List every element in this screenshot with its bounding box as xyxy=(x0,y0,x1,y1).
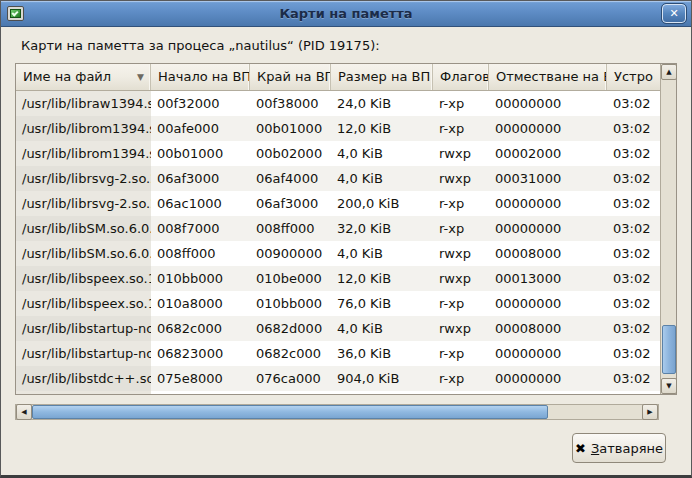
cell-vm-end: 076ca000 xyxy=(250,366,331,391)
cell-vm-end: 010bb000 xyxy=(250,291,331,316)
table-row[interactable]: /usr/lib/librsvg-2.so.206ac100006af30002… xyxy=(16,191,660,216)
cell-device: 03:02 xyxy=(607,91,660,116)
cell-vm-end: 00f38000 xyxy=(250,91,331,116)
cell-vm-start: 06af3000 xyxy=(151,166,250,191)
horizontal-scrollbar[interactable]: ◀ ▶ xyxy=(15,404,659,420)
column-header-vm-start[interactable]: Начало на ВП xyxy=(151,64,250,90)
cell-flags: r-xp xyxy=(433,341,489,366)
cell-device: 03:02 xyxy=(607,216,660,241)
table-header-row: Име на файл ▼ Начало на ВП Край на ВП Ра… xyxy=(16,64,660,91)
column-header-vm-end[interactable]: Край на ВП xyxy=(250,64,331,90)
cell-vm-start: 0682c000 xyxy=(151,316,250,341)
cell-device: 03:02 xyxy=(607,316,660,341)
cell-flags: rwxp xyxy=(433,141,489,166)
column-header-device[interactable]: Устро xyxy=(607,64,660,90)
cell-vm-end: 0682d000 xyxy=(250,316,331,341)
cell-filename: /usr/lib/libstartup-not xyxy=(16,341,151,366)
cell-flags: rwxp xyxy=(433,241,489,266)
cell-flags: r-xp xyxy=(433,291,489,316)
arrow-left-icon: ◀ xyxy=(21,408,26,416)
cell-device: 03:02 xyxy=(607,116,660,141)
memory-maps-dialog: Карти на паметта ✕ Карти на паметта за п… xyxy=(0,0,692,478)
arrow-down-icon: ▼ xyxy=(666,382,671,390)
cell-vm-offset: 00000000 xyxy=(489,116,607,141)
cell-vm-size: 4,0 KiB xyxy=(331,141,433,166)
cell-vm-offset: 00013000 xyxy=(489,266,607,291)
table-row[interactable]: /usr/lib/libraw1394.so00f3200000f3800024… xyxy=(16,91,660,116)
table-row[interactable]: /usr/lib/librom1394.so00afe00000b0100012… xyxy=(16,116,660,141)
cell-flags: rwxp xyxy=(433,266,489,291)
cell-vm-end: 06af3000 xyxy=(250,191,331,216)
close-x-icon: ✖ xyxy=(575,441,586,456)
cell-vm-offset: 00000000 xyxy=(489,91,607,116)
cell-vm-start: 008ff000 xyxy=(151,241,250,266)
cell-vm-end: 00b01000 xyxy=(250,116,331,141)
arrow-up-icon: ▲ xyxy=(666,68,671,76)
cell-vm-start: 00b01000 xyxy=(151,141,250,166)
window-close-button[interactable]: ✕ xyxy=(662,4,686,23)
cell-filename: /usr/lib/libstartup-not xyxy=(16,316,151,341)
vertical-scrollbar[interactable]: ▲ ▼ xyxy=(660,64,676,394)
cell-vm-start: 010bb000 xyxy=(151,266,250,291)
cell-vm-offset: 00000000 xyxy=(489,191,607,216)
cell-vm-start: 008f7000 xyxy=(151,216,250,241)
cell-flags: r-xp xyxy=(433,116,489,141)
column-header-vm-size[interactable]: Размер на ВП xyxy=(331,64,433,90)
cell-filename: /usr/lib/librsvg-2.so.2 xyxy=(16,191,151,216)
vertical-scrollbar-thumb[interactable] xyxy=(662,325,676,374)
scroll-up-button[interactable]: ▲ xyxy=(661,64,677,80)
cell-flags: r-xp xyxy=(433,216,489,241)
cell-filename: /usr/lib/libstdc++.so. xyxy=(16,366,151,391)
cell-filename: /usr/lib/libraw1394.so xyxy=(16,91,151,116)
cell-vm-size: 4,0 KiB xyxy=(331,166,433,191)
table-row[interactable]: /usr/lib/libspeex.so.1010bb000010be00012… xyxy=(16,266,660,291)
table-row[interactable]: /usr/lib/libSM.so.6.0.0008ff000009000004… xyxy=(16,241,660,266)
cell-vm-size: 12,0 KiB xyxy=(331,266,433,291)
cell-vm-end: 010be000 xyxy=(250,266,331,291)
cell-filename: /usr/lib/libSM.so.6.0.0 xyxy=(16,241,151,266)
cell-vm-size: 4,0 KiB xyxy=(331,241,433,266)
column-header-vm-offset[interactable]: Отместване на ВП xyxy=(489,64,607,90)
cell-filename: /usr/lib/libSM.so.6.0.0 xyxy=(16,216,151,241)
cell-vm-offset: 00008000 xyxy=(489,241,607,266)
cell-device: 03:02 xyxy=(607,241,660,266)
cell-flags: rwxp xyxy=(433,316,489,341)
cell-vm-size: 200,0 KiB xyxy=(331,191,433,216)
table-row[interactable]: /usr/lib/libSM.so.6.0.0008f7000008ff0003… xyxy=(16,216,660,241)
table-row[interactable]: /usr/lib/librsvg-2.so.206af300006af40004… xyxy=(16,166,660,191)
table-row[interactable]: /usr/lib/libstdc++.so.075e8000076ca00090… xyxy=(16,366,660,391)
cell-filename: /usr/lib/libspeex.so.1 xyxy=(16,291,151,316)
table-row[interactable]: /usr/lib/libspeex.so.1010a8000010bb00076… xyxy=(16,291,660,316)
table-row[interactable]: /usr/lib/libstartup-not0682c0000682d0004… xyxy=(16,316,660,341)
cell-vm-end: 06af4000 xyxy=(250,166,331,191)
close-dialog-button[interactable]: ✖ Затваряне xyxy=(572,433,666,463)
memory-maps-table: Име на файл ▼ Начало на ВП Край на ВП Ра… xyxy=(15,63,677,395)
cell-flags: r-xp xyxy=(433,366,489,391)
cell-device: 03:02 xyxy=(607,366,660,391)
titlebar[interactable]: Карти на паметта ✕ xyxy=(1,1,691,27)
scroll-down-button[interactable]: ▼ xyxy=(661,378,677,394)
scroll-right-button[interactable]: ▶ xyxy=(642,404,658,420)
cell-vm-offset: 00008000 xyxy=(489,316,607,341)
cell-vm-offset: 00000000 xyxy=(489,341,607,366)
cell-filename: /usr/lib/libspeex.so.1 xyxy=(16,266,151,291)
system-monitor-icon xyxy=(7,6,24,21)
table-row[interactable]: /usr/lib/libstartup-not068230000682c0003… xyxy=(16,341,660,366)
cell-device: 03:02 xyxy=(607,266,660,291)
column-header-flags[interactable]: Флагове xyxy=(433,64,489,90)
cell-vm-start: 06823000 xyxy=(151,341,250,366)
column-header-filename[interactable]: Име на файл ▼ xyxy=(16,64,151,90)
table-row[interactable]: /usr/lib/librom1394.so00b0100000b020004,… xyxy=(16,141,660,166)
horizontal-scrollbar-thumb[interactable] xyxy=(32,405,548,419)
cell-filename: /usr/lib/librom1394.so xyxy=(16,116,151,141)
cell-vm-size: 12,0 KiB xyxy=(331,116,433,141)
process-description: Карти на паметта за процеса „nautilus“ (… xyxy=(21,38,380,53)
cell-device: 03:02 xyxy=(607,191,660,216)
window-title: Карти на паметта xyxy=(1,6,691,21)
cell-vm-size: 76,0 KiB xyxy=(331,291,433,316)
scroll-left-button[interactable]: ◀ xyxy=(16,404,32,420)
cell-vm-size: 904,0 KiB xyxy=(331,366,433,391)
cell-flags: r-xp xyxy=(433,91,489,116)
cell-device: 03:02 xyxy=(607,341,660,366)
table-body: /usr/lib/libraw1394.so00f3200000f3800024… xyxy=(16,91,660,394)
